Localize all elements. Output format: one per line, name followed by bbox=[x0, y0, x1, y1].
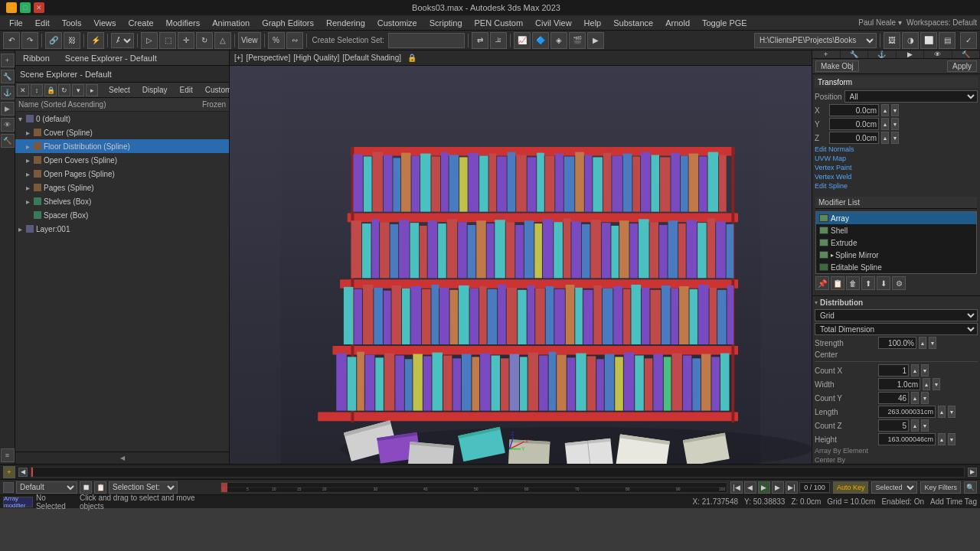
mod-item-shell[interactable]: Shell bbox=[816, 224, 976, 236]
window-minimize-btn[interactable]: − bbox=[6, 2, 17, 13]
width-input[interactable] bbox=[878, 378, 920, 390]
render-region-btn[interactable]: ⬜ bbox=[920, 32, 937, 49]
pos-z-down-btn[interactable]: ▼ bbox=[891, 132, 899, 144]
menu-help[interactable]: Help bbox=[578, 17, 608, 29]
next-frame-btn[interactable]: ▶ bbox=[772, 481, 784, 494]
modify-panel-tab[interactable]: 🔧 bbox=[841, 51, 869, 58]
selection-set-bar-dropdown[interactable]: Selection Set: bbox=[109, 481, 178, 494]
align-btn[interactable]: ⫡ bbox=[490, 32, 507, 49]
utilities-panel-tab[interactable]: 🔨 bbox=[952, 51, 981, 58]
scale-btn[interactable]: △ bbox=[214, 32, 231, 49]
bind-to-space-warp-btn[interactable]: ⚡ bbox=[87, 32, 104, 49]
material-editor-btn[interactable]: ◈ bbox=[550, 32, 567, 49]
viewport-quality-label[interactable]: [High Quality] bbox=[293, 54, 339, 62]
pos-z-input[interactable] bbox=[829, 132, 879, 144]
menu-scripting[interactable]: Scripting bbox=[423, 17, 469, 29]
play-btn[interactable]: ▶ bbox=[758, 481, 770, 494]
window-maximize-btn[interactable]: □ bbox=[20, 2, 31, 13]
link-btn[interactable]: 🔗 bbox=[45, 32, 62, 49]
go-start-btn[interactable]: |◀ bbox=[730, 481, 743, 494]
count-y-down-btn[interactable]: ▼ bbox=[921, 392, 929, 404]
menu-edit[interactable]: Edit bbox=[29, 17, 56, 29]
count-z-down-btn[interactable]: ▼ bbox=[921, 419, 929, 432]
length-input[interactable] bbox=[878, 406, 936, 418]
menu-modifiers[interactable]: Modifiers bbox=[160, 17, 207, 29]
menu-animation[interactable]: Animation bbox=[206, 17, 256, 29]
frame-timeline[interactable]: 0 5 10 15 20 30 40 50 60 70 80 90 100 bbox=[220, 482, 727, 493]
key-mode-dropdown[interactable]: Selected bbox=[871, 481, 917, 494]
menu-rendering[interactable]: Rendering bbox=[320, 17, 371, 29]
search-btn[interactable]: 🔍 bbox=[964, 481, 977, 494]
go-end-btn[interactable]: ▶| bbox=[786, 481, 798, 494]
move-btn[interactable]: ✛ bbox=[178, 32, 194, 49]
scene-explorer-tab[interactable]: Scene Explorer - Default bbox=[60, 52, 162, 64]
height-down-btn[interactable]: ▼ bbox=[948, 433, 956, 445]
width-up-btn[interactable]: ▲ bbox=[923, 378, 930, 390]
edit-tab[interactable]: Edit bbox=[175, 84, 198, 96]
schematic-view-btn[interactable]: 🔷 bbox=[532, 32, 549, 49]
pos-x-up-btn[interactable]: ▲ bbox=[881, 104, 889, 116]
menu-create[interactable]: Create bbox=[122, 17, 160, 29]
display-tab[interactable]: Display bbox=[138, 84, 172, 96]
create-panel-tab[interactable]: + bbox=[812, 51, 841, 58]
make-obj-btn[interactable]: Make Obj bbox=[815, 60, 859, 72]
settings-mod-btn[interactable]: ⚙ bbox=[892, 276, 906, 290]
count-x-input[interactable] bbox=[878, 364, 909, 377]
scene-states-icon[interactable]: ≡ bbox=[1, 448, 15, 462]
view-align-btn[interactable]: View bbox=[238, 32, 261, 49]
count-z-up-btn[interactable]: ▲ bbox=[911, 419, 919, 432]
strength-down-btn[interactable]: ▼ bbox=[929, 337, 936, 349]
mod-visibility-icon[interactable] bbox=[819, 214, 828, 222]
mod-item-array[interactable]: Array bbox=[816, 212, 976, 224]
count-y-input[interactable] bbox=[878, 392, 909, 404]
window-close-btn[interactable]: ✕ bbox=[34, 2, 44, 13]
count-x-up-btn[interactable]: ▲ bbox=[911, 364, 919, 377]
filter-btn[interactable]: ▾ bbox=[72, 84, 84, 96]
count-x-down-btn[interactable]: ▼ bbox=[921, 364, 929, 377]
distribution-section-title[interactable]: ▾ Distribution bbox=[815, 298, 978, 307]
vertex-paint-link[interactable]: Vertex Paint bbox=[815, 164, 978, 171]
pos-y-input[interactable] bbox=[829, 118, 879, 130]
layer-dropdown[interactable]: Default bbox=[16, 481, 77, 494]
lock-btn[interactable]: 🔒 bbox=[44, 84, 57, 96]
edit-spline-link[interactable]: Edit Spline bbox=[815, 182, 978, 190]
menu-views[interactable]: Views bbox=[87, 17, 122, 29]
pin-mod-btn[interactable]: 📌 bbox=[815, 276, 829, 290]
display-panel-tab[interactable]: 👁 bbox=[924, 51, 952, 58]
tree-item-pages[interactable]: ▸ Pages (Spline) bbox=[15, 181, 229, 194]
percent-snap-btn[interactable]: % bbox=[268, 32, 285, 49]
add-keys-btn[interactable]: + bbox=[3, 466, 15, 478]
mod-visibility-icon[interactable] bbox=[819, 251, 828, 259]
close-scene-btn[interactable]: ✕ bbox=[17, 84, 29, 96]
selection-set-input[interactable] bbox=[388, 33, 465, 48]
mirror-btn[interactable]: ⇄ bbox=[472, 32, 488, 49]
total-dimension-dropdown[interactable]: Total Dimension bbox=[815, 323, 978, 335]
mod-visibility-icon[interactable] bbox=[819, 227, 828, 234]
menu-substance[interactable]: Substance bbox=[607, 17, 659, 29]
menu-customize[interactable]: Customize bbox=[371, 17, 423, 29]
distribution-type-dropdown[interactable]: Grid bbox=[815, 309, 978, 321]
mod-item-editable-spline[interactable]: Editable Spline bbox=[816, 261, 976, 273]
viewport-canvas[interactable]: X Y Z bbox=[230, 66, 812, 464]
uvw-map-link[interactable]: UVW Map bbox=[815, 155, 978, 162]
mod-visibility-icon[interactable] bbox=[819, 263, 828, 271]
viewport-lock-icon[interactable]: 🔒 bbox=[407, 54, 416, 62]
height-up-btn[interactable]: ▲ bbox=[938, 433, 946, 445]
menu-arnold[interactable]: Arnold bbox=[659, 17, 696, 29]
ribbon-tab[interactable]: Ribbon bbox=[18, 52, 54, 64]
timeline-expand-right-btn[interactable]: ▶ bbox=[968, 468, 977, 477]
graph-editors-btn[interactable]: 📈 bbox=[514, 32, 531, 49]
path-dropdown[interactable]: H:\ClientsPE\Projects\Books bbox=[754, 33, 877, 48]
timeline-track[interactable] bbox=[31, 467, 965, 478]
layer-color-swatch[interactable] bbox=[3, 482, 14, 493]
menu-tools[interactable]: Tools bbox=[56, 17, 88, 29]
sort-btn[interactable]: ↕ bbox=[31, 84, 43, 96]
position-dropdown[interactable]: All bbox=[844, 90, 978, 103]
length-up-btn[interactable]: ▲ bbox=[938, 406, 946, 418]
unlink-btn[interactable]: ⛓ bbox=[64, 32, 80, 49]
select-btn[interactable]: ▷ bbox=[141, 32, 158, 49]
pos-x-down-btn[interactable]: ▼ bbox=[891, 104, 899, 116]
mod-item-spline-mirror[interactable]: ▸ Spline Mirror bbox=[816, 249, 976, 261]
frame-counter-input[interactable] bbox=[799, 482, 830, 493]
menu-civil-view[interactable]: Civil View bbox=[529, 17, 577, 29]
